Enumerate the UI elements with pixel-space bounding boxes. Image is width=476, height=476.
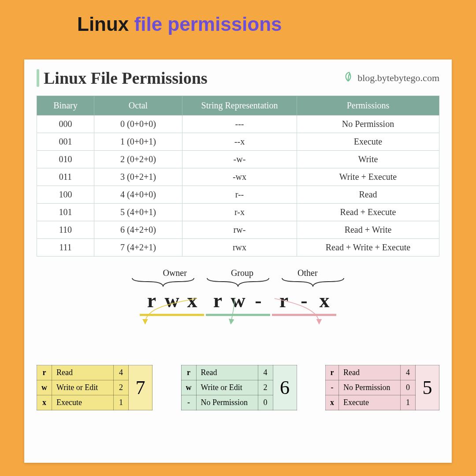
mini-label: Write or Edit [196,380,258,395]
table-cell: 2 (0+2+0) [94,151,182,168]
table-cell: 011 [37,168,94,186]
table-cell: 110 [37,221,94,239]
table-cell: --x [182,133,297,151]
mini-row: rRead45 [326,365,439,380]
brand-text: blog.bytebytego.com [357,72,439,84]
title-part-2: file permissions [134,13,282,35]
mini-table-owner: rRead47wWrite or Edit2xExecute1 [37,365,152,410]
table-cell: Read + Write [297,221,439,239]
mini-sym: w [37,380,52,395]
table-cell: 5 (4+0+1) [94,204,182,221]
mini-sym: w [181,380,196,395]
perm-char: w [229,289,247,312]
table-cell: -w- [182,151,297,168]
table-cell: 6 (4+2+0) [94,221,182,239]
mini-val: 4 [401,365,416,380]
mini-total: 7 [129,365,152,410]
table-cell: 101 [37,204,94,221]
perm-char: r [275,289,293,312]
table-row: 1004 (4+0+0)r--Read [37,186,439,204]
table-cell: r-x [182,204,297,221]
mini-label: Write or Edit [52,380,114,395]
perm-char: x [315,289,334,312]
curly-brace-icon [280,277,346,287]
breakdown-label: Owner [163,268,186,278]
table-row: 1106 (4+2+0)rw-Read + Write [37,221,439,239]
mini-sym: r [181,365,196,380]
mini-val: 4 [114,365,129,380]
perm-char: r [208,289,227,312]
table-cell: --- [182,115,297,133]
mini-label: Execute [52,395,114,410]
table-row: 0000 (0+0+0)---No Permission [37,115,439,133]
title-part-1: Linux [77,13,129,35]
mini-label: Read [339,365,401,380]
table-cell: r-- [182,186,297,204]
table-cell: 111 [37,239,94,257]
table-cell: Write [297,151,439,168]
mini-val: 1 [114,395,129,410]
breakdown-label: Other [298,268,318,278]
table-cell: 010 [37,151,94,168]
card-header: Linux File Permissions blog.bytebytego.c… [37,68,439,88]
table-cell: 001 [37,133,94,151]
mini-label: No Permission [196,395,258,410]
accent-bar [37,69,39,87]
perm-char: r [142,289,161,312]
table-cell: Read [297,186,439,204]
perm-char: w [163,289,181,312]
mini-val: 2 [114,380,129,395]
table-header: Octal [94,96,182,115]
table-cell: -wx [182,168,297,186]
permissions-table: BinaryOctalString RepresentationPermissi… [37,96,439,257]
breakdown-section: OwnerGroupOther rwxrw-r-x [37,268,439,338]
table-cell: 000 [37,115,94,133]
mini-total: 5 [416,365,439,410]
table-cell: Read + Write + Execute [297,239,439,257]
table-cell: 0 (0+0+0) [94,115,182,133]
table-row: 0113 (0+2+1)-wxWrite + Execute [37,168,439,186]
table-row: 1015 (4+0+1)r-xRead + Execute [37,204,439,221]
table-row: 1117 (4+2+1)rwxRead + Write + Execute [37,239,439,257]
mini-sym: x [37,395,52,410]
table-cell: 1 (0+0+1) [94,133,182,151]
mini-label: No Permission [339,380,401,395]
mini-tables-row: rRead47wWrite or Edit2xExecute1rRead46wW… [37,365,439,410]
table-cell: Read + Execute [297,204,439,221]
brand-icon [342,71,354,85]
table-cell: 3 (0+2+1) [94,168,182,186]
mini-label: Execute [339,395,401,410]
mini-sym: - [326,380,339,395]
table-cell: rw- [182,221,297,239]
perm-char: - [249,289,268,312]
mini-val: 0 [401,380,416,395]
table-row: 0102 (0+2+0)-w-Write [37,151,439,168]
mini-val: 0 [258,395,273,410]
table-header: Binary [37,96,94,115]
mini-sym: r [326,365,339,380]
table-cell: 4 (4+0+0) [94,186,182,204]
table-cell: No Permission [297,115,439,133]
perm-char: - [295,289,313,312]
table-cell: Execute [297,133,439,151]
perm-group-other: r-x [272,289,336,316]
table-cell: rwx [182,239,297,257]
mini-val: 1 [401,395,416,410]
mini-table-other: rRead45-No Permission0xExecute1 [325,365,439,410]
table-cell: Write + Execute [297,168,439,186]
mini-row: rRead46 [181,365,297,380]
page-title: Linux file permissions [0,0,476,35]
table-cell: 7 (4+2+1) [94,239,182,257]
perm-group-group: rw- [206,289,270,316]
perm-char: x [183,289,201,312]
table-header: String Representation [182,96,297,115]
card-title: Linux File Permissions [44,68,208,88]
curly-brace-icon [205,277,271,287]
mini-sym: x [326,395,339,410]
perm-group-owner: rwx [140,289,204,316]
mini-sym: - [181,395,196,410]
breakdown-label: Group [231,268,253,278]
diagram-card: Linux File Permissions blog.bytebytego.c… [24,60,452,463]
mini-sym: r [37,365,52,380]
mini-row: rRead47 [37,365,152,380]
